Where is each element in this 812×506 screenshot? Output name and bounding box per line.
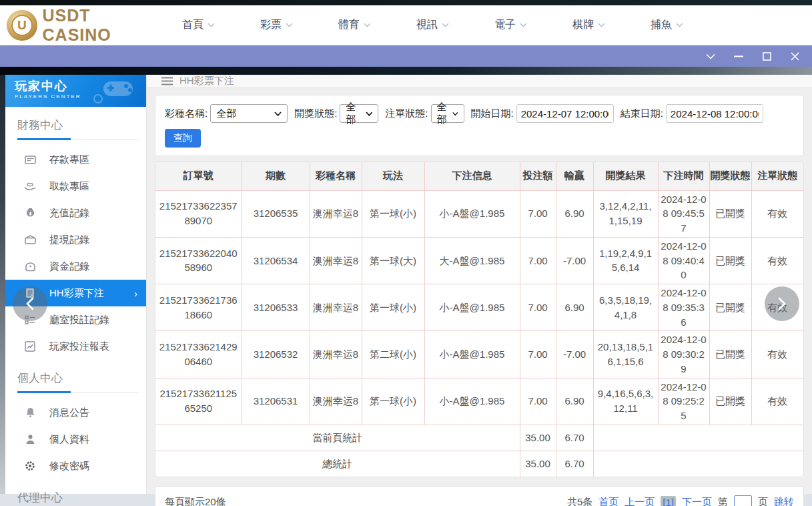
nav-item-live[interactable]: 視訊 xyxy=(416,13,449,37)
table-cell: 有效 xyxy=(751,331,803,378)
order-status-label: 注單狀態: xyxy=(385,107,428,120)
table-row: 215217336214290646031206532澳洲幸运8第二球(小)小-… xyxy=(155,331,803,378)
next-page-link[interactable]: 下一页 xyxy=(682,496,712,506)
draw-status-label: 開獎狀態: xyxy=(294,107,337,120)
total-summary-bet: 35.00 xyxy=(520,451,556,477)
table-cell: 澳洲幸运8 xyxy=(310,190,362,237)
end-date-input[interactable] xyxy=(666,104,763,123)
draw-status-select[interactable]: 全部 xyxy=(340,104,378,123)
table-cell: 2152173362204058960 xyxy=(155,237,242,284)
total-summary-label: 總統計 xyxy=(155,451,520,477)
page-title: HH彩票下注 xyxy=(179,75,234,87)
person-icon xyxy=(24,433,36,445)
table-cell: 第一球(小) xyxy=(362,378,424,425)
chevron-down-icon xyxy=(286,23,293,27)
panel-expand-button[interactable] xyxy=(765,286,799,321)
chevron-down-icon xyxy=(442,23,449,27)
order-status-select[interactable]: 全部 xyxy=(431,104,464,123)
money-bag-icon xyxy=(24,207,36,219)
app-body: 玩家中心 PLAYERS CENTER 財務中心 存款專區 取款專區 xyxy=(0,75,812,506)
window-close-button[interactable] xyxy=(785,48,804,64)
logo-coin-icon: U xyxy=(7,10,37,41)
current-page-badge: [1] xyxy=(661,496,676,506)
header-period: 期數 xyxy=(242,162,310,190)
header-draw-status: 開獎狀態 xyxy=(709,162,751,190)
table-cell: 2152173362235789070 xyxy=(155,190,242,237)
nav-item-fishing[interactable]: 捕魚 xyxy=(651,13,683,37)
table-cell: 6.90 xyxy=(556,284,593,331)
prev-page-link[interactable]: 上一页 xyxy=(625,496,655,506)
pager-controls: 共5条 首页 上一页 [1] 下一页 第 页 跳转 xyxy=(567,495,794,506)
sidebar-item-notices[interactable]: 消息公告 xyxy=(5,399,146,426)
window-minimize-button[interactable] xyxy=(729,48,748,64)
jump-action-link[interactable]: 跳转 xyxy=(774,496,794,506)
page-header: HH彩票下注 xyxy=(147,75,812,88)
header-bet-info: 下注信息 xyxy=(424,162,520,190)
table-cell: 31206533 xyxy=(242,284,310,331)
sidebar: 玩家中心 PLAYERS CENTER 財務中心 存款專區 取款專區 xyxy=(5,75,147,494)
table-cell: -7.00 xyxy=(556,237,593,284)
table-cell: 已開獎 xyxy=(709,284,751,331)
sidebar-item-funds-record[interactable]: 資金記錄 xyxy=(5,253,146,280)
main-menu: 首頁 彩票 體育 視訊 電子 棋牌 捕魚 xyxy=(182,13,729,37)
table-cell: 7.00 xyxy=(520,284,556,331)
chevron-down-icon xyxy=(520,23,527,27)
window-maximize-button[interactable] xyxy=(757,48,776,64)
nav-item-cards[interactable]: 棋牌 xyxy=(572,13,605,37)
nav-item-lottery[interactable]: 彩票 xyxy=(260,13,293,37)
nav-item-sports[interactable]: 體育 xyxy=(338,13,371,37)
main-content: HH彩票下注 彩種名稱: 全部 開獎狀態: 全部 注單狀態: xyxy=(147,75,812,494)
table-cell: 2024-12-08 09:30:29 xyxy=(658,331,709,378)
table-cell: 31206535 xyxy=(242,190,310,237)
header-bet-amount: 投注額 xyxy=(520,162,556,190)
hamburger-icon[interactable] xyxy=(161,77,173,85)
page-size-text: 每頁顯示20條 xyxy=(165,496,226,506)
nav-item-slots[interactable]: 電子 xyxy=(494,13,527,37)
nav-item-home[interactable]: 首頁 xyxy=(182,13,215,37)
first-page-link[interactable]: 首页 xyxy=(598,496,619,506)
lottery-name-select[interactable]: 全部 xyxy=(210,104,288,123)
window-titlebar xyxy=(0,45,812,67)
table-cell: 第一球(大) xyxy=(362,237,424,284)
table-cell: 第一球(小) xyxy=(362,284,424,331)
sidebar-item-withdrawal-record[interactable]: 提現記錄 xyxy=(5,226,146,253)
sidebar-item-withdraw-area[interactable]: 取款專區 xyxy=(5,173,146,200)
sidebar-item-profile[interactable]: 個人資料 xyxy=(5,426,146,453)
jump-suffix-text: 页 xyxy=(758,496,768,506)
window-left-edge xyxy=(0,75,5,494)
sidebar-item-change-password[interactable]: 修改密碼 xyxy=(5,453,146,479)
chevron-down-icon xyxy=(676,23,683,27)
filter-row: 彩種名稱: 全部 開獎狀態: 全部 注單狀態: 全部 開始 xyxy=(165,104,794,123)
table-cell: 2152173362112565250 xyxy=(155,378,242,425)
page-summary-row: 當前頁統計 35.00 6.70 xyxy=(155,425,803,451)
sidebar-collapse-button[interactable] xyxy=(13,286,47,321)
sidebar-header: 玩家中心 PLAYERS CENTER xyxy=(5,75,146,107)
total-count-text: 共5条 xyxy=(567,496,592,506)
start-date-input[interactable] xyxy=(516,104,614,123)
sidebar-section-agent: 代理中心 xyxy=(17,490,138,506)
table-cell: 有效 xyxy=(751,190,803,237)
table-cell: 第二球(小) xyxy=(362,331,424,378)
header-draw-result: 開獎結果 xyxy=(593,162,658,190)
chevron-down-icon xyxy=(598,23,605,27)
table-cell: 2024-12-08 09:25:25 xyxy=(658,378,709,425)
pagination-bar: 每頁顯示20條 共5条 首页 上一页 [1] 下一页 第 页 跳转 xyxy=(155,486,804,506)
header-win-loss: 輸贏 xyxy=(556,162,593,190)
site-logo[interactable]: U USDT CASINO xyxy=(7,6,163,45)
sidebar-item-deposit-area[interactable]: 存款專區 xyxy=(5,146,146,173)
table-cell: 31206531 xyxy=(242,378,310,425)
table-cell: 7.00 xyxy=(520,237,556,284)
window-frame-strip xyxy=(0,67,812,75)
bets-table-card: 訂單號 期數 彩種名稱 玩法 下注信息 投注額 輸贏 開獎結果 下注時間 開獎狀… xyxy=(155,162,804,477)
table-cell: 澳洲幸运8 xyxy=(310,237,362,284)
table-cell: 有效 xyxy=(751,237,803,284)
window-collapse-button[interactable] xyxy=(701,48,720,64)
search-button[interactable]: 查詢 xyxy=(165,129,201,148)
sidebar-item-player-bet-report[interactable]: 玩家投注報表 xyxy=(5,333,146,360)
page-jump-input[interactable] xyxy=(734,495,752,506)
table-cell: 1,19,2,4,9,15,6,14 xyxy=(593,237,658,284)
table-cell: 2152173362173618660 xyxy=(155,284,242,331)
select-chevron-icon xyxy=(274,111,282,116)
chart-icon xyxy=(24,340,36,352)
sidebar-item-recharge-record[interactable]: 充值記錄 xyxy=(5,200,146,226)
